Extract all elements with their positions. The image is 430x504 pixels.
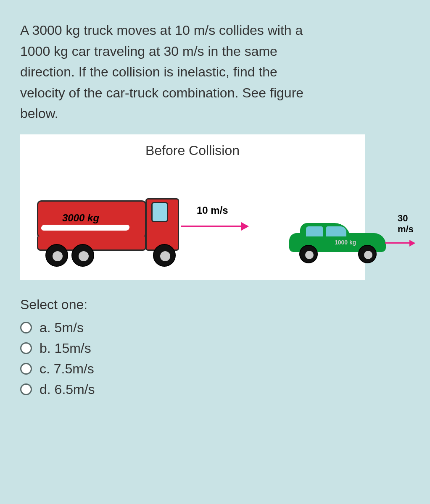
radio-icon[interactable] (20, 383, 32, 395)
figure: Before Collision 3000 kg 10 m/s 1000 kg … (20, 134, 365, 280)
select-one-label: Select one: (20, 297, 410, 312)
truck-speed-label: 10 m/s (197, 205, 228, 216)
radio-icon[interactable] (20, 322, 32, 333)
collision-scene: 3000 kg 10 m/s 1000 kg 30 m/s (29, 171, 356, 263)
car-arrow-icon (385, 242, 414, 244)
truck-arrow-icon (181, 226, 248, 227)
option-d-label: d. 6.5m/s (40, 382, 95, 397)
option-b[interactable]: b. 15m/s (20, 341, 410, 356)
figure-title: Before Collision (29, 143, 356, 158)
option-c-label: c. 7.5m/s (40, 361, 94, 377)
question-text: A 3000 kg truck moves at 10 m/s collides… (0, 0, 345, 134)
truck-mass-label: 3000 kg (62, 212, 99, 224)
option-b-label: b. 15m/s (40, 341, 91, 356)
radio-icon[interactable] (20, 363, 32, 375)
car-speed-label: 30 m/s (398, 213, 414, 235)
option-d[interactable]: d. 6.5m/s (20, 382, 410, 397)
radio-icon[interactable] (20, 342, 32, 354)
answer-options: Select one: a. 5m/s b. 15m/s c. 7.5m/s d… (0, 280, 430, 411)
option-a[interactable]: a. 5m/s (20, 320, 410, 336)
car-mass-label: 1000 kg (335, 239, 356, 246)
car-icon: 1000 kg (289, 221, 394, 263)
option-a-label: a. 5m/s (40, 320, 84, 336)
option-c[interactable]: c. 7.5m/s (20, 361, 410, 377)
truck-icon: 3000 kg (37, 200, 180, 263)
